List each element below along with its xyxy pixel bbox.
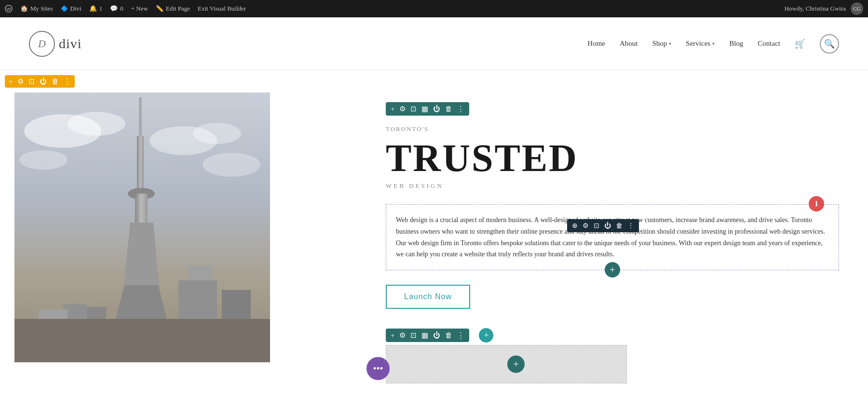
- section-add-button[interactable]: +: [9, 78, 13, 86]
- svg-point-8: [203, 153, 260, 177]
- nav-about-label: About: [620, 40, 638, 48]
- svg-text:W: W: [6, 6, 11, 12]
- bottom-row-toolbar: + ⚙ ⊡ ▦ ⏻ 🗑 ⋮: [386, 329, 469, 342]
- section-controls: + ⚙ ⊡ ⏻ 🗑 ⋮: [5, 75, 75, 88]
- power-icon: ⏻: [40, 78, 47, 86]
- bottom-row-add[interactable]: +: [391, 331, 394, 340]
- section-settings-button[interactable]: ⚙: [17, 77, 24, 86]
- logo-letter: D: [38, 38, 46, 50]
- admin-bar-right: Howdy, Christina Gwira CG: [785, 2, 863, 15]
- trash-icon: 🗑: [52, 78, 59, 86]
- my-sites-label: My Sites: [30, 5, 53, 13]
- launch-now-button[interactable]: Launch Now: [386, 285, 470, 309]
- exit-builder-label: Exit Visual Builder: [198, 5, 246, 13]
- row-duplicate-button[interactable]: ⊡: [410, 105, 417, 113]
- main-content: + ⚙ ⊡ ▦ ⏻ 🗑 ⋮ TORONTO'S TRUSTED WEB DESI…: [0, 88, 868, 409]
- bottom-section: +: [386, 345, 627, 383]
- section-eyebrow: TORONTO'S: [386, 125, 839, 133]
- main-nav: Home About Shop ▾ Services ▾ Blog Contac…: [587, 34, 839, 53]
- nav-item-home[interactable]: Home: [587, 40, 605, 48]
- svg-rect-12: [135, 194, 148, 223]
- dots-icon: •••: [373, 363, 383, 374]
- cn-tower-image: [14, 92, 270, 362]
- site-header: D divi Home About Shop ▾ Services ▾ Blog…: [0, 17, 868, 70]
- pencil-icon: ✏️: [156, 5, 163, 13]
- bottom-row-delete[interactable]: 🗑: [445, 331, 452, 340]
- comment-count: 0: [120, 5, 123, 13]
- section-power-button[interactable]: ⏻: [40, 78, 47, 86]
- new-label: + New: [131, 5, 148, 13]
- gear-icon: ⚙: [17, 77, 24, 86]
- row-add-button[interactable]: +: [391, 105, 394, 113]
- svg-rect-16: [14, 319, 270, 362]
- bottom-row-power[interactable]: ⏻: [433, 331, 440, 340]
- edit-page-label: Edit Page: [166, 5, 190, 13]
- svg-rect-17: [178, 280, 217, 319]
- divi-icon: 🔷: [61, 5, 68, 13]
- svg-point-4: [68, 112, 125, 136]
- text-module-move[interactable]: ⊕: [572, 222, 578, 230]
- comment-item[interactable]: 💬 0: [110, 5, 123, 13]
- text-module-power[interactable]: ⏻: [604, 222, 611, 230]
- nav-item-about[interactable]: About: [620, 40, 638, 48]
- text-module-more[interactable]: ⋮: [627, 222, 634, 230]
- text-module-settings[interactable]: ⚙: [583, 222, 589, 230]
- shop-arrow-icon: ▾: [669, 41, 671, 46]
- svg-rect-21: [39, 309, 68, 319]
- nav-shop-label: Shop: [652, 40, 667, 48]
- nav-item-shop[interactable]: Shop ▾: [652, 40, 671, 48]
- nav-item-services[interactable]: Services ▾: [686, 40, 715, 48]
- module-toolbar-dark: ⊕ ⚙ ⊡ ⏻ 🗑 ⋮: [567, 219, 639, 232]
- my-sites-menu[interactable]: 🏠 My Sites: [20, 5, 53, 13]
- purple-dots-menu-button[interactable]: •••: [366, 357, 390, 380]
- nav-item-contact[interactable]: Contact: [758, 40, 780, 48]
- section-delete-button[interactable]: 🗑: [52, 78, 59, 86]
- services-arrow-icon: ▾: [712, 41, 715, 46]
- notification-count: 1: [99, 5, 103, 13]
- left-panel: [0, 92, 366, 409]
- search-icon[interactable]: 🔍: [820, 34, 839, 53]
- section-more-button[interactable]: ⋮: [64, 77, 71, 86]
- edit-page-item[interactable]: ✏️ Edit Page: [156, 5, 190, 13]
- bottom-row-more[interactable]: ⋮: [457, 331, 464, 340]
- bottom-row-duplicate[interactable]: ⊡: [410, 331, 417, 340]
- notification-item[interactable]: 🔔 1: [89, 5, 103, 13]
- cart-icon[interactable]: 🛒: [795, 39, 805, 49]
- nav-home-label: Home: [587, 40, 605, 48]
- text-module-add-below[interactable]: +: [605, 262, 620, 277]
- notification-icon: 🔔: [89, 5, 97, 13]
- add-element-in-section[interactable]: +: [507, 356, 525, 373]
- new-item[interactable]: + New: [131, 5, 148, 13]
- hero-title: TRUSTED: [386, 139, 839, 177]
- add-section-connector-top[interactable]: +: [479, 328, 493, 343]
- avatar[interactable]: CG: [851, 2, 863, 15]
- svg-point-7: [19, 150, 68, 170]
- section-duplicate-button[interactable]: ⊡: [28, 77, 35, 86]
- site-logo[interactable]: D divi: [29, 31, 82, 57]
- text-module-delete[interactable]: 🗑: [616, 222, 623, 230]
- nav-item-blog[interactable]: Blog: [729, 40, 743, 48]
- user-greeting: Howdy, Christina Gwira: [785, 5, 846, 13]
- svg-rect-22: [87, 307, 106, 319]
- text-module-duplicate[interactable]: ⊡: [594, 222, 599, 230]
- svg-rect-10: [137, 136, 144, 194]
- bottom-row-settings[interactable]: ⚙: [399, 331, 406, 340]
- row-power-button[interactable]: ⏻: [433, 105, 440, 113]
- row-settings-button[interactable]: ⚙: [399, 105, 406, 113]
- nav-services-label: Services: [686, 40, 710, 48]
- svg-point-6: [193, 123, 241, 144]
- hero-subtitle: WEB DESIGN: [386, 182, 839, 190]
- comment-icon: 💬: [110, 5, 118, 13]
- exit-builder-item[interactable]: Exit Visual Builder: [198, 5, 246, 13]
- bottom-row-columns[interactable]: ▦: [421, 331, 428, 340]
- wp-logo[interactable]: W: [5, 5, 13, 13]
- row-more-button[interactable]: ⋮: [457, 105, 464, 113]
- logo-circle: D: [29, 31, 55, 57]
- svg-marker-15: [116, 285, 167, 319]
- row-delete-button[interactable]: 🗑: [445, 105, 452, 113]
- row-module-toolbar: + ⚙ ⊡ ▦ ⏻ 🗑 ⋮: [386, 102, 469, 116]
- row-columns-button[interactable]: ▦: [421, 105, 428, 113]
- badge-number: 1: [809, 196, 824, 211]
- right-panel: + ⚙ ⊡ ▦ ⏻ 🗑 ⋮ TORONTO'S TRUSTED WEB DESI…: [366, 92, 868, 409]
- divi-menu[interactable]: 🔷 Divi: [61, 5, 81, 13]
